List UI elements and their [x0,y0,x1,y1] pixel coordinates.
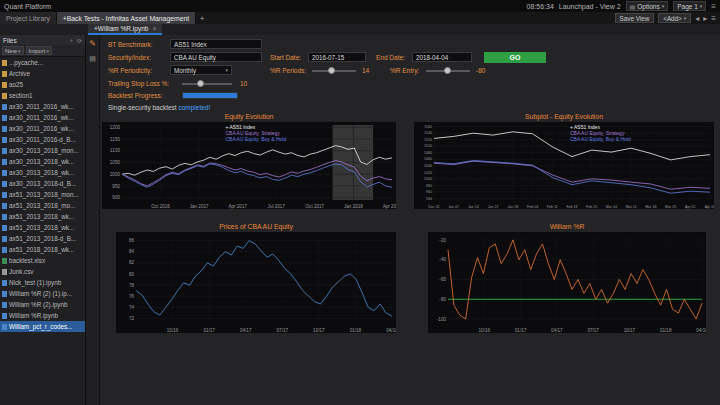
svg-text:1120: 1120 [424,138,432,142]
menu-icon[interactable]: ≡ [711,14,716,23]
file-item[interactable]: ax30_2013_2018_wk... [0,167,85,178]
new-button[interactable]: New▾ [2,46,24,55]
slider-knob[interactable] [328,67,335,74]
stop-loss-slider[interactable] [182,79,232,88]
notebook-tabbar: +William %R.ipynb × [0,24,720,35]
file-item[interactable]: ax51_2013_2018_mo... [0,200,85,211]
start-date-input[interactable]: 2016-07-15 [308,52,366,62]
file-item[interactable]: section1 [0,90,85,101]
add-dropdown[interactable]: <Add>▾ [658,13,691,23]
svg-text:940: 940 [426,197,432,201]
file-item[interactable]: ao25 [0,79,85,90]
notebook-icon [2,324,7,330]
file-item[interactable]: ax30_2013_2018_wk... [0,156,85,167]
entry-slider[interactable] [426,66,470,75]
svg-text:07/17: 07/17 [587,328,599,333]
security-value: CBA AU Equity [174,54,216,61]
chart-canvas[interactable]: 12001150110010501000950900Oct 2016Jan 20… [102,122,396,209]
file-name: ax30_2011_2016_wk... [9,125,74,132]
file-item[interactable]: ax51_2013_2018-d_B... [0,233,85,244]
entry-label: %R Entry: [390,67,419,74]
notebook-icon [2,247,7,253]
notebook-tab[interactable]: +William %R.ipynb × [88,24,162,35]
file-item[interactable]: William %R.ipynb [0,310,85,321]
chart-canvas[interactable]: -20-40-60-80-10010/1601/1704/1707/1710/1… [428,232,706,333]
file-item[interactable]: Archive [0,68,85,79]
notebook-icon [2,159,7,165]
file-item[interactable]: ax30_2011_2016_wk... [0,123,85,134]
go-button[interactable]: GO [484,52,546,63]
new-label: New [5,48,17,54]
layers-icon[interactable]: ▤ [89,55,96,63]
options-dropdown[interactable]: ▤ Options ▾ [626,1,669,11]
notebook-icon [2,192,7,198]
svg-text:01/17: 01/17 [515,328,527,333]
file-item[interactable]: William %R (2).ipynb [0,299,85,310]
file-item[interactable]: ax30_2011_2016_wk... [0,112,85,123]
end-date-input[interactable]: 2018-04-04 [412,52,472,62]
prev-page-icon[interactable]: ◂ [695,14,699,23]
bt-benchmark-input[interactable]: AS51 Index [170,39,262,49]
file-item[interactable]: Nick_test (1).ipynb [0,277,85,288]
notebook-icon [2,126,7,132]
file-name: ao25 [9,81,23,88]
start-date-value: 2016-07-15 [312,54,344,61]
file-name: ax30_2013_2018_wk... [9,169,74,176]
file-name: ax30_2011_2016_wk... [9,114,74,121]
file-item[interactable]: ax30_2013_2018-d_B... [0,178,85,189]
file-item[interactable]: ax51_2013_2018_mon... [0,189,85,200]
file-item[interactable]: William_pct_r_codes... [0,321,85,332]
notebook-icon [2,148,7,154]
entry-value: -80 [476,67,485,74]
menu-icon[interactable]: ≡ [711,2,716,11]
svg-text:Jan 07: Jan 07 [448,205,459,209]
subplot-equity-evolution-chart: Subplot - Equity Evolution11601140112011… [414,113,714,209]
save-view-label: Save View [620,15,650,22]
tab-back-tests[interactable]: +Back Tests - Infinitas Asset Management [57,12,196,24]
prices-chart: Prices of CBA AU Equity86848280787674721… [116,223,396,333]
page-selector[interactable]: Page 1 ▾ [673,1,706,11]
file-item[interactable]: ...pycache... [0,57,85,68]
edit-pencil-icon[interactable]: ✎ [89,39,96,48]
svg-text:Apr 08: Apr 08 [705,205,714,209]
svg-text:1100: 1100 [110,148,120,153]
file-item[interactable]: ax30_2011_2016-d_B... [0,134,85,145]
backtest-progress-bar [182,92,238,99]
file-item[interactable]: backtest.xlsx [0,255,85,266]
periods-label: %R Periods: [270,67,306,74]
save-view-button[interactable]: Save View [615,13,655,23]
end-date-value: 2018-04-04 [416,54,448,61]
file-name: ax30_2013_2018-d_B... [9,180,76,187]
svg-text:10/16: 10/16 [167,328,179,333]
security-input[interactable]: CBA AU Equity [170,52,262,62]
file-item[interactable]: ax51_2013_2018_wk... [0,211,85,222]
file-name: William %R (2).ipynb [9,301,67,308]
tab-project-library[interactable]: Project Library [0,12,57,24]
notebook-icon [2,291,7,297]
chart-canvas[interactable]: 1160114011201100108010601040102010009809… [414,122,714,209]
stop-loss-value: 10 [240,80,247,87]
import-button[interactable]: Import▾ [26,46,53,55]
files-panel: Files ＋ ⟳ New▾ Import▾ ...pycache...Arch… [0,35,86,405]
periods-slider[interactable] [312,66,356,75]
chart-canvas[interactable]: 868482807876747210/1601/1704/1707/1710/1… [116,232,396,333]
file-item[interactable]: William %R (2) (1).ip... [0,288,85,299]
close-icon[interactable]: × [152,25,156,32]
periodicity-select[interactable]: Monthly▾ [170,65,232,75]
file-item[interactable]: ax51_2018_2018_wk... [0,244,85,255]
file-item[interactable]: ax30_2011_2016_wk... [0,101,85,112]
file-item[interactable]: ax30_2013_2018_mon... [0,145,85,156]
file-item[interactable]: Junk.csv [0,266,85,277]
add-tab-button[interactable]: + [196,12,208,24]
refresh-icon[interactable]: ⟳ [77,37,82,44]
add-file-icon[interactable]: ＋ [68,36,74,45]
file-item[interactable]: ax51_2013_2018_wk... [0,222,85,233]
svg-text:1000: 1000 [110,172,121,177]
slider-knob[interactable] [197,80,204,87]
svg-text:Apr 2017: Apr 2017 [228,204,247,209]
svg-text:10/16: 10/16 [479,328,491,333]
view-label: Launchpad - View 2 [559,3,621,10]
slider-knob[interactable] [444,67,451,74]
next-page-icon[interactable]: ▸ [703,14,707,23]
svg-text:900: 900 [112,195,120,200]
